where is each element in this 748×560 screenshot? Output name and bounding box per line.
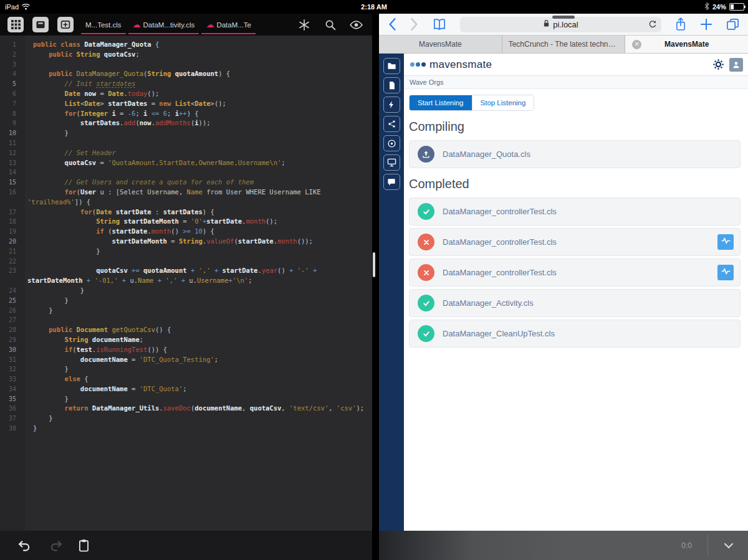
start-listening-button[interactable]: Start Listening (410, 95, 472, 110)
forward-icon[interactable] (410, 17, 419, 31)
disc-icon[interactable] (383, 135, 400, 151)
success-status-icon (418, 325, 434, 342)
safari-tab[interactable]: TechCrunch - The latest technol... (502, 36, 626, 53)
tab-close-icon[interactable]: ✕ (632, 40, 641, 49)
code-text: Date now = Date.today(); (25, 89, 372, 99)
code-text: public class DataManager_Quota { (25, 40, 372, 50)
chat-icon[interactable] (383, 174, 400, 190)
code-text: } (25, 286, 372, 296)
uploading-status-icon (418, 146, 434, 163)
line-number: 7 (0, 99, 25, 109)
line-number: 35 (0, 394, 25, 404)
mavensmate-main: mavensmate Wave Orgs (404, 54, 748, 531)
chevron-down-icon[interactable] (723, 541, 734, 550)
clipboard-icon[interactable] (76, 538, 91, 553)
add-tab-icon[interactable] (57, 17, 74, 32)
code-line: 17 for(Date startDate : startDates) { (0, 207, 372, 217)
code-line: 27 (0, 315, 372, 325)
keyboard-accessory-bar (0, 531, 372, 560)
reload-icon[interactable] (648, 20, 657, 29)
line-number: 10 (0, 128, 25, 138)
split-view-divider[interactable] (372, 14, 379, 560)
close-panel-icon[interactable] (32, 17, 49, 32)
line-number: 22 (0, 257, 25, 267)
code-text: quotaCsv += quotaAmount + ',' + startDat… (25, 266, 372, 276)
code-area[interactable]: 1public class DataManager_Quota {2 publi… (0, 36, 372, 531)
editor-tab[interactable]: ☁DataM...tivity.cls (127, 14, 201, 36)
code-line: 14 (0, 168, 372, 178)
safari-tab-title: MavensMate (658, 40, 715, 49)
code-text: } (25, 128, 372, 138)
line-number: 26 (0, 306, 25, 316)
code-line: 15 // Get Users and create a quota for e… (0, 178, 372, 187)
code-text (25, 257, 372, 267)
line-number: 37 (0, 414, 25, 424)
editor-toolbar: M...Test.cls☁DataM...tivity.cls☁DataM...… (0, 14, 372, 36)
back-icon[interactable] (388, 17, 396, 31)
undo-icon[interactable] (16, 538, 31, 553)
code-line: 38} (0, 424, 372, 434)
file-status-card[interactable]: DataManager_CleanUpTest.cls (409, 320, 741, 348)
code-editor-pane: M...Test.cls☁DataM...tivity.cls☁DataM...… (0, 14, 372, 560)
code-text: } (25, 296, 372, 306)
line-number: 16 (0, 187, 25, 197)
code-text: if (startDate.month() >= 10) { (25, 227, 372, 237)
file-status-card[interactable]: DataManager_controllerTest.cls (409, 228, 741, 256)
code-text: // Get Users and create a quota for each… (25, 178, 372, 187)
new-tab-icon[interactable] (700, 18, 712, 31)
editor-tab-label: DataM...Te (216, 21, 251, 29)
symbols-star-icon[interactable] (297, 17, 312, 32)
user-account-button[interactable] (729, 58, 743, 72)
error-status-icon (418, 234, 434, 250)
line-number: 25 (0, 296, 25, 306)
code-text: public Document getQuotaCsv() { (25, 325, 372, 335)
line-number: 19 (0, 227, 25, 237)
folder-icon[interactable] (383, 58, 400, 74)
file-icon[interactable] (383, 77, 400, 93)
code-text (25, 315, 372, 325)
share-network-icon[interactable] (383, 116, 400, 132)
tabs-icon[interactable] (726, 18, 739, 31)
code-text: return DataManager_Utils.saveDoc(documen… (25, 404, 372, 414)
code-text (25, 138, 372, 148)
web-content: mavensmate Wave Orgs (379, 54, 748, 531)
url-field[interactable]: pi.local (460, 17, 661, 32)
code-line: 16 for(User u : [Select Username, Name f… (0, 187, 372, 197)
safari-tab[interactable]: MavensMate (379, 36, 502, 53)
view-log-button[interactable] (717, 234, 734, 250)
app-grid-icon[interactable] (7, 17, 24, 32)
code-line: 6 Date now = Date.today(); (0, 89, 372, 99)
line-number: 33 (0, 374, 25, 384)
file-status-card[interactable]: DataManager_Quota.cls (409, 140, 741, 168)
file-status-card[interactable]: DataManager_controllerTest.cls (409, 197, 741, 225)
section-title: Completed (409, 177, 741, 191)
file-status-card[interactable]: DataManager_controllerTest.cls (409, 259, 741, 287)
code-text (25, 168, 372, 178)
line-number: 2 (0, 50, 25, 60)
code-line: 19 if (startDate.month() >= 10) { (0, 227, 372, 237)
safari-pane: pi.local MavensMateTechCrunch - The late… (379, 14, 748, 560)
code-text: for(User u : [Select Username, Name from… (25, 187, 372, 197)
slide-over-grabber[interactable] (552, 16, 575, 19)
search-icon[interactable] (323, 17, 338, 32)
bookmarks-icon[interactable] (433, 18, 446, 31)
preview-eye-icon[interactable] (349, 17, 364, 32)
line-number: 24 (0, 286, 25, 296)
lightning-icon[interactable] (383, 97, 400, 113)
share-icon[interactable] (675, 17, 686, 32)
safari-tab[interactable]: ✕MavensMate (625, 36, 748, 53)
settings-gear-icon[interactable] (712, 59, 724, 70)
split-drag-handle[interactable] (373, 252, 375, 277)
breadcrumb-link-wave-orgs[interactable]: Wave Orgs (410, 78, 444, 86)
code-line: 18 String startDateMonth = '0'+startDate… (0, 217, 372, 227)
file-status-card[interactable]: DataManager_Activity.cls (409, 289, 741, 317)
monitor-icon[interactable] (383, 154, 400, 171)
editor-tab[interactable]: M...Test.cls (80, 14, 127, 36)
code-text: } (25, 247, 372, 257)
url-text: pi.local (553, 20, 578, 29)
line-number: 30 (0, 345, 25, 355)
stop-listening-button[interactable]: Stop Listening (472, 95, 534, 110)
view-log-button[interactable] (717, 265, 734, 280)
editor-tab[interactable]: ☁DataM...Te (200, 14, 257, 36)
code-line: 26 } (0, 306, 372, 316)
